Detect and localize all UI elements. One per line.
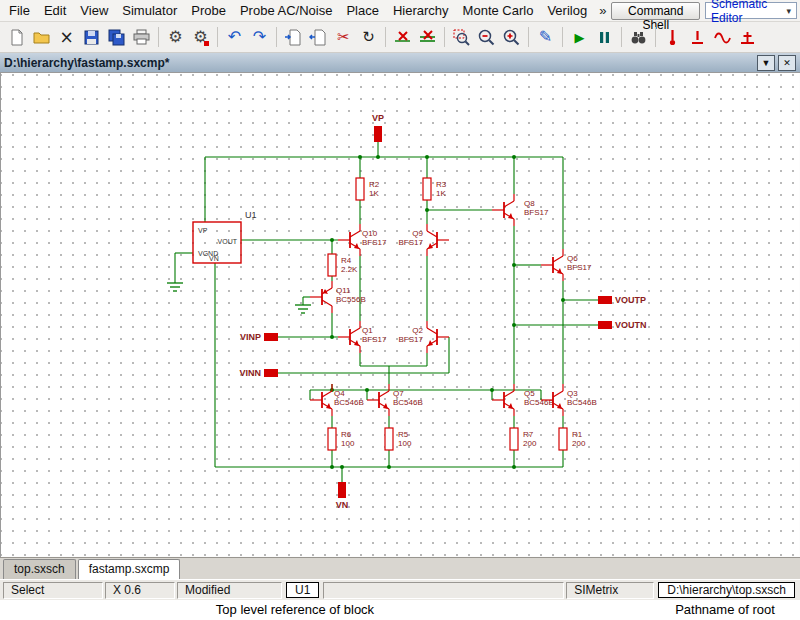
transistor-Q11[interactable]: Q11BC556B (310, 281, 366, 313)
svg-text:VOUT: VOUT (218, 238, 238, 245)
tab-fastamp-sxcmp[interactable]: fastamp.sxcmp (78, 559, 181, 579)
toolbar-separator (444, 27, 445, 47)
svg-text:200: 200 (572, 439, 586, 448)
annotation-captions: Top level reference of block Pathname of… (0, 600, 800, 620)
transistor-Q10[interactable]: Q10BFS17 (338, 224, 387, 256)
resistor-R7[interactable]: R7200 (510, 428, 537, 450)
rotate-icon[interactable]: ↻ (356, 25, 381, 50)
menu-edit[interactable]: Edit (37, 1, 73, 20)
save-icon[interactable] (79, 25, 104, 50)
menu-file[interactable]: File (2, 1, 37, 20)
zoom-in-icon[interactable] (499, 25, 524, 50)
transistor-Q3[interactable]: Q3BC546B (541, 384, 597, 416)
svg-text:Q2: Q2 (412, 326, 423, 335)
transistor-Q8[interactable]: Q8BFS17 (492, 194, 549, 226)
port-VINN[interactable]: VINN (239, 368, 278, 378)
port-VINP[interactable]: VINP (240, 332, 278, 342)
svg-text:VP: VP (198, 227, 208, 234)
menu-overflow-chevron[interactable]: » (594, 3, 611, 18)
ground-symbol[interactable] (295, 305, 311, 313)
redo-icon[interactable]: ↷ (247, 25, 272, 50)
close-document-button[interactable]: ✕ (778, 55, 796, 71)
resistor-R3[interactable]: R31K (423, 178, 447, 200)
svg-text:BFS17: BFS17 (399, 335, 424, 344)
transistor-Q2[interactable]: Q2BFS17 (399, 321, 449, 353)
delete-wire-icon[interactable] (390, 25, 415, 50)
resistor-R1[interactable]: R1200 (559, 428, 586, 450)
zoom-area-icon[interactable] (449, 25, 474, 50)
svg-text:Q6: Q6 (567, 254, 578, 263)
status-modified: Modified (177, 582, 282, 599)
cut-icon[interactable]: ✂ (331, 25, 356, 50)
paste-schematic-icon[interactable] (306, 25, 331, 50)
port-VP[interactable]: VP (372, 113, 384, 142)
find-icon[interactable] (626, 25, 651, 50)
pause-simulation-icon[interactable] (592, 25, 617, 50)
current-probe-icon[interactable] (685, 25, 710, 50)
menu-verilog[interactable]: Verilog (540, 1, 594, 20)
svg-text:100: 100 (398, 439, 412, 448)
svg-text:R2: R2 (369, 180, 380, 189)
tab-top-sxsch[interactable]: top.sxsch (3, 559, 76, 579)
command-shell-button[interactable]: Command Shell (611, 2, 700, 20)
menu-probe[interactable]: Probe (184, 1, 233, 20)
power-probe-icon[interactable] (735, 25, 760, 50)
zoom-out-icon[interactable] (474, 25, 499, 50)
svg-text:R4: R4 (341, 256, 352, 265)
svg-text:BFS17: BFS17 (524, 208, 549, 217)
schematic-drawing[interactable]: R21KR31KR42.2KR6100R5100R7200R1200Q8BFS1… (0, 72, 800, 557)
disconnect-icon[interactable] (415, 25, 440, 50)
transistor-Q9[interactable]: Q9BFS17 (399, 224, 449, 256)
transistor-Q4[interactable]: Q4BC546B (310, 384, 364, 416)
wire-annotate-icon[interactable]: ✎ (533, 25, 558, 50)
options-gear-icon[interactable]: ⚙ (163, 25, 188, 50)
port-VN[interactable]: VN (336, 482, 349, 510)
svg-text:R5: R5 (398, 430, 409, 439)
open-file-icon[interactable] (29, 25, 54, 50)
svg-text:BC546B: BC546B (393, 398, 423, 407)
menu-place[interactable]: Place (339, 1, 386, 20)
ac-probe-icon[interactable] (710, 25, 735, 50)
port-VOUTN[interactable]: VOUTN (598, 320, 647, 330)
resistor-R2[interactable]: R21K (356, 178, 380, 200)
port-VOUTP[interactable]: VOUTP (598, 295, 646, 305)
ground-symbol[interactable] (167, 283, 183, 291)
run-simulation-icon[interactable]: ▶ (567, 25, 592, 50)
caption-block-ref: Top level reference of block (155, 602, 435, 617)
collapse-document-button[interactable]: ▼ (757, 55, 775, 71)
status-zoom: X 0.6 (105, 582, 175, 599)
svg-text:100: 100 (341, 439, 355, 448)
resistor-R4[interactable]: R42.2K (328, 254, 358, 276)
menu-simulator[interactable]: Simulator (115, 1, 184, 20)
copy-schematic-icon[interactable] (281, 25, 306, 50)
print-icon[interactable] (129, 25, 154, 50)
close-file-icon[interactable]: × (54, 25, 79, 50)
svg-text:2.2K: 2.2K (341, 265, 358, 274)
menu-monte-carlo[interactable]: Monte Carlo (456, 1, 541, 20)
svg-text:Q1: Q1 (362, 326, 373, 335)
menu-bar: FileEditViewSimulatorProbeProbe AC/Noise… (0, 0, 800, 22)
svg-text:BFS17: BFS17 (567, 263, 592, 272)
save-all-icon[interactable] (104, 25, 129, 50)
transistor-Q1[interactable]: Q1BFS17 (338, 321, 387, 353)
toolbar-separator (528, 27, 529, 47)
resistor-R5[interactable]: R5100 (385, 428, 412, 450)
menu-hierarchy[interactable]: Hierarchy (386, 1, 456, 20)
simulator-options-icon[interactable]: ⚙ (188, 25, 213, 50)
transistor-Q6[interactable]: Q6BFS17 (541, 249, 592, 281)
resistor-R6[interactable]: R6100 (328, 428, 355, 450)
svg-text:U1: U1 (245, 210, 257, 220)
status-spacer (323, 582, 564, 599)
voltage-probe-icon[interactable] (660, 25, 685, 50)
status-bar: Select X 0.6 Modified U1 SIMetrix D:\hie… (0, 579, 800, 600)
menu-view[interactable]: View (73, 1, 115, 20)
svg-text:200: 200 (523, 439, 537, 448)
block-U1[interactable]: VPVOUTVGNDVNU1 (193, 210, 257, 263)
schematic-canvas[interactable]: R21KR31KR42.2KR6100R5100R7200R1200Q8BFS1… (0, 72, 800, 557)
new-document-icon[interactable] (4, 25, 29, 50)
editor-mode-select[interactable]: Schematic Editor ▾ (705, 2, 797, 19)
menu-probe-ac-noise[interactable]: Probe AC/Noise (233, 1, 340, 20)
transistor-Q7[interactable]: Q7BC546B (367, 384, 423, 416)
svg-text:VN: VN (209, 255, 219, 262)
undo-icon[interactable]: ↶ (222, 25, 247, 50)
